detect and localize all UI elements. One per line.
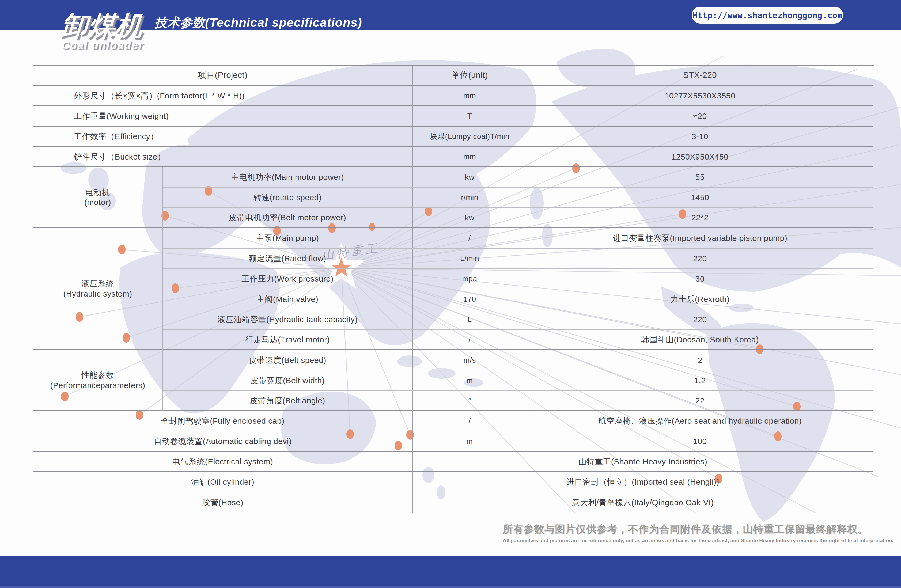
row-label: 油缸(Oil cylinder) xyxy=(33,472,412,493)
group-label-cn: 性能参数 xyxy=(81,370,114,380)
page-title: 技术参数(Technical specifications) xyxy=(155,14,362,31)
row-unit: L/min xyxy=(412,249,527,269)
row-unit: / xyxy=(412,228,527,249)
group-label-cn: 电动机 xyxy=(86,187,110,198)
group-label-en: (Performanceparameters) xyxy=(50,380,145,390)
row-value: 山特重工(Shante Heavy Industries) xyxy=(412,452,873,472)
row-label: 皮带角度(Belt angle) xyxy=(163,391,412,411)
row-label: 皮带宽度(Belt width) xyxy=(163,370,412,391)
row-label: 转速(rotate speed) xyxy=(163,188,412,208)
row-unit: m/s xyxy=(412,350,527,370)
logo-cn: 卸煤机 xyxy=(60,8,144,44)
disclaimer: 所有参数与图片仅供参考，不作为合同附件及依据，山特重工保留最终解释权。 All … xyxy=(503,522,859,544)
row-label: 铲斗尺寸（Bucket size） xyxy=(33,147,412,167)
row-unit: m xyxy=(412,370,527,391)
disclaimer-en: All parameters and pictures are for refe… xyxy=(503,538,859,544)
row-label: 皮带速度(Belt speed) xyxy=(163,350,412,370)
spec-table: 项目(Project) 单位(unit) STX-220 外形尺寸（长×宽×高）… xyxy=(33,65,874,513)
group-label-en: (Hydraulic system) xyxy=(63,289,132,299)
col-header-project: 项目(Project) xyxy=(33,66,412,86)
row-label: 主泵(Main pump) xyxy=(163,228,412,249)
group-label-en: (motor) xyxy=(84,197,111,207)
row-value: 30 xyxy=(527,269,873,289)
footer-bar xyxy=(0,556,901,588)
row-value: 22*2 xyxy=(527,208,873,228)
row-value: 1450 xyxy=(527,188,873,208)
row-value: 55 xyxy=(527,167,873,188)
logo-en: Coal unloader xyxy=(62,39,143,51)
row-value: 韩国斗山(Doosan, South Korea) xyxy=(527,330,873,350)
row-value: 进口变量柱赛泵(Imported variable piston pump) xyxy=(527,228,873,249)
row-unit: 块煤(Lumpy coal)T/min xyxy=(412,126,527,147)
col-header-unit: 单位(unit) xyxy=(412,66,527,86)
row-unit: mpa xyxy=(412,269,527,289)
row-value: 100 xyxy=(527,431,873,452)
disclaimer-cn: 所有参数与图片仅供参考，不作为合同附件及依据，山特重工保留最终解释权。 xyxy=(503,522,859,536)
row-label: 自动卷缆装置(Automatic cabling devi) xyxy=(33,431,412,452)
row-unit: m xyxy=(412,431,527,452)
row-label: 额定流量(Rated flow) xyxy=(163,249,412,269)
row-value: 10277X5530X3550 xyxy=(527,86,873,106)
row-label: 胶管(Hose) xyxy=(33,493,412,513)
row-unit: T xyxy=(412,106,527,126)
row-label: 全封闭驾驶室(Fully enclosed cab) xyxy=(33,411,412,431)
row-label: 工作压力(Work pressure) xyxy=(163,269,412,289)
row-label: 工作效率（Efficiency） xyxy=(33,126,412,147)
row-label: 行走马达(Travel motor) xyxy=(163,330,412,350)
row-label: 外形尺寸（长×宽×高）(Form factor(L * W * H)) xyxy=(33,86,412,106)
row-label: 工作重量(Working weight) xyxy=(33,106,412,126)
row-unit: kw xyxy=(412,208,527,228)
row-value: 进口密封（恒立）(Imported seal (Hengli)) xyxy=(412,472,873,493)
row-unit: r/min xyxy=(412,188,527,208)
row-unit: / xyxy=(412,411,527,431)
row-label: 液压油箱容量(Hydraulic tank capacity) xyxy=(163,309,412,330)
row-value: 22 xyxy=(527,391,873,411)
row-label: 主电机功率(Main motor power) xyxy=(163,167,412,188)
group-label-motor: 电动机 (motor) xyxy=(33,167,163,228)
col-header-model: STX-220 xyxy=(527,66,873,86)
row-value: 2 xyxy=(527,350,873,370)
row-value: 力士乐(Rexroth) xyxy=(527,289,873,309)
row-value: 意大利/青岛橡六(Italy/Qingdao Oak VI) xyxy=(412,493,873,513)
row-unit: ° xyxy=(412,391,527,411)
row-value: 220 xyxy=(527,249,873,269)
row-value: 1.2 xyxy=(527,370,873,391)
group-label-performance: 性能参数 (Performanceparameters) xyxy=(33,350,163,411)
row-value: 航空座椅、液压操作(Aero seat and hydraulic operat… xyxy=(527,411,873,431)
row-value: 220 xyxy=(527,309,873,330)
row-value: 3-10 xyxy=(527,126,873,147)
row-label: 皮带电机功率(Belt motor power) xyxy=(163,208,412,228)
group-label-cn: 液压系统 xyxy=(81,279,114,289)
row-label: 电气系统(Electrical system) xyxy=(33,452,412,472)
row-value: ≈20 xyxy=(527,106,873,126)
group-label-hydraulic: 液压系统 (Hydraulic system) xyxy=(33,228,163,350)
row-unit: L xyxy=(412,309,527,330)
row-unit: mm xyxy=(412,147,527,167)
row-unit: kw xyxy=(412,167,527,188)
row-value: 1250X950X450 xyxy=(527,147,873,167)
row-unit: mm xyxy=(412,86,527,106)
row-unit: / xyxy=(412,330,527,350)
row-unit: 170 xyxy=(412,289,527,309)
website-url-button[interactable]: Http://www.shantezhonggong.com xyxy=(692,7,843,23)
footer-bar-edge xyxy=(0,586,901,588)
row-label: 主阀(Main valve) xyxy=(163,289,412,309)
